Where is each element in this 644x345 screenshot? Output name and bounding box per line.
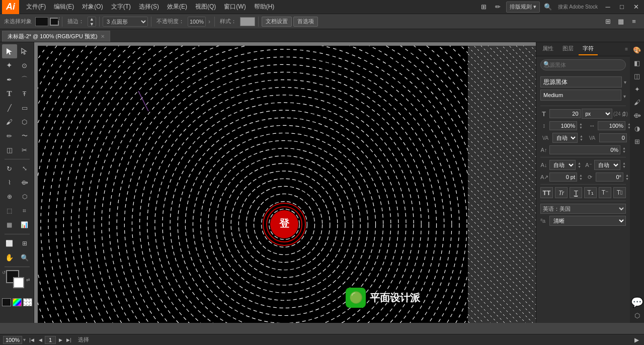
perspective-tool[interactable]: ⬚ <box>2 204 17 218</box>
wechat-panel-icon[interactable]: 💬 <box>631 297 642 308</box>
tab-properties[interactable]: 属性 <box>538 43 557 55</box>
menu-text[interactable]: 文字(T) <box>107 0 135 14</box>
size-stepper[interactable]: ▲▼ <box>622 110 626 117</box>
font-dropdown-icon[interactable]: ▾ <box>624 79 626 85</box>
curvature-tool[interactable]: ⌒ <box>17 72 32 87</box>
blob-brush-tool[interactable]: ⬡ <box>17 115 32 129</box>
close-icon[interactable]: ✕ <box>630 1 642 13</box>
color-panel-icon[interactable]: 🎨 <box>631 44 642 55</box>
menu-object[interactable]: 对象(O) <box>78 0 107 14</box>
page-next-btn[interactable]: ▶ <box>56 336 64 344</box>
transform-icon[interactable]: ⟴ <box>631 110 642 121</box>
language-select[interactable]: 英语：美国 <box>540 204 626 214</box>
brush-panel-icon[interactable]: 🖌 <box>631 97 642 108</box>
opacity-icon[interactable]: ◑ <box>631 123 642 134</box>
minimize-icon[interactable]: ─ <box>602 1 614 13</box>
selection-tool[interactable] <box>2 44 17 58</box>
font-search-input[interactable] <box>540 59 626 70</box>
menu-edit[interactable]: 编辑(E) <box>50 0 78 14</box>
scale-tool[interactable]: ⤡ <box>17 161 32 176</box>
shift-stepper[interactable]: ▲▼ <box>622 146 626 153</box>
menu-select[interactable]: 选择(S) <box>135 0 163 14</box>
tracking-input[interactable] <box>598 121 625 130</box>
line-tool[interactable]: ╱ <box>2 101 17 115</box>
tab-main[interactable]: 未标题-2* @ 100% (RGB/GPU 预览) ✕ <box>2 31 110 42</box>
search-icon[interactable]: 🔍 <box>542 1 554 13</box>
lasso-tool[interactable]: ⊙ <box>17 58 32 72</box>
leading-stepper[interactable]: ▲▼ <box>579 122 583 129</box>
chart-tool[interactable]: 📊 <box>17 218 32 232</box>
artboard-tool[interactable]: ⬜ <box>2 236 17 250</box>
zoom-input[interactable]: 100% <box>3 336 22 344</box>
page-first-btn[interactable]: |◀ <box>28 336 36 344</box>
free-transform-tool[interactable]: ⟴ <box>17 176 32 190</box>
eraser-tool[interactable]: ◫ <box>2 143 17 157</box>
symbol-icon[interactable]: ✦ <box>631 83 642 95</box>
baseline-stepper[interactable]: ▲▼ <box>578 161 581 168</box>
font-name-input[interactable] <box>540 76 622 88</box>
share-icon[interactable]: ⬡ <box>631 310 642 321</box>
fill-swatch[interactable] <box>35 17 48 26</box>
tab-layers[interactable]: 图层 <box>558 43 578 55</box>
tt-button-2[interactable]: Tr <box>555 187 568 198</box>
tt-button-3[interactable]: T̲ <box>570 187 582 198</box>
gradient-swatch[interactable] <box>13 298 22 306</box>
background-color[interactable] <box>13 277 24 288</box>
restore-icon[interactable]: □ <box>616 1 628 13</box>
zoom-dropdown-icon[interactable]: ▾ <box>23 337 26 342</box>
tt-button-4[interactable]: T₁ <box>584 187 597 198</box>
char-rotate-stepper[interactable]: ▲▼ <box>579 174 583 181</box>
shift-input[interactable] <box>549 145 620 154</box>
font-style-dropdown-icon[interactable]: ▾ <box>623 94 626 99</box>
swap-colors-icon[interactable]: ⇄ <box>26 277 30 282</box>
text-tool[interactable]: T <box>2 87 17 101</box>
point-style-select[interactable]: 3 点圆形 <box>103 17 148 27</box>
live-paint-tool[interactable]: ⬡ <box>17 190 32 204</box>
menu-effect[interactable]: 效果(E) <box>163 0 191 14</box>
opacity-arrow[interactable]: › <box>207 18 211 25</box>
page-input[interactable]: 1 <box>45 336 56 344</box>
font-style-input[interactable] <box>540 90 621 101</box>
page-last-btn[interactable]: ▶| <box>65 336 73 344</box>
hand-tool[interactable]: ✋ <box>2 250 17 265</box>
grid-icon[interactable]: ⊞ <box>478 1 490 13</box>
word-space-stepper[interactable]: ▲▼ <box>622 161 626 168</box>
more-icon[interactable]: ≡ <box>628 16 640 28</box>
scissors-tool[interactable]: ✂ <box>17 143 32 157</box>
rotate-angle-stepper[interactable]: ▲▼ <box>625 174 629 181</box>
tt-button-6[interactable]: T⃞ <box>613 187 626 198</box>
grid-panel-icon[interactable]: ⊞ <box>631 136 642 147</box>
library-icon[interactable]: ◫ <box>631 70 642 81</box>
opacity-field[interactable]: 100% <box>188 17 206 27</box>
pencil-tool[interactable]: ✏ <box>2 129 17 143</box>
word-space-select[interactable]: 自动 <box>594 160 620 170</box>
pen-tool[interactable]: ✒ <box>2 72 17 87</box>
mesh-tool[interactable]: ⌗ <box>17 204 32 218</box>
style-swatch[interactable] <box>240 17 255 26</box>
tab-close-icon[interactable]: ✕ <box>101 34 105 39</box>
tracking-num-input[interactable] <box>599 133 627 142</box>
font-size-input[interactable] <box>549 109 581 118</box>
anti-alias-select[interactable]: 清晰 锐利 无 <box>549 216 626 226</box>
rotate-angle-input[interactable] <box>596 172 623 182</box>
zoom-tool[interactable]: 🔍 <box>17 250 32 265</box>
direct-selection-tool[interactable] <box>17 44 32 58</box>
reset-colors-icon[interactable]: ↺ <box>2 270 6 275</box>
preferences-button[interactable]: 首选项 <box>293 17 318 27</box>
warp-tool[interactable]: ⌇ <box>2 176 17 190</box>
page-prev-btn[interactable]: ◀ <box>36 336 44 344</box>
magic-wand-tool[interactable]: ✦ <box>2 58 17 72</box>
brush-icon[interactable]: ✏ <box>492 1 504 13</box>
baseline-select[interactable]: 自动 <box>549 160 576 170</box>
align-icon[interactable]: ⊞ <box>602 16 614 28</box>
menu-file[interactable]: 文件(F) <box>22 0 50 14</box>
size-unit-select[interactable]: pxpt <box>582 109 613 119</box>
smooth-tool[interactable]: 〜 <box>17 129 32 143</box>
menu-help[interactable]: 帮助(H) <box>250 0 279 14</box>
play-button[interactable]: ▶ <box>632 335 641 344</box>
doc-settings-button[interactable]: 文档设置 <box>262 17 292 27</box>
shape-builder-tool[interactable]: ⊕ <box>2 190 17 204</box>
none-swatch[interactable] <box>23 298 32 306</box>
stroke-up-icon[interactable]: ▲▼ <box>90 17 94 27</box>
panel-icon[interactable]: ▦ <box>615 16 627 28</box>
